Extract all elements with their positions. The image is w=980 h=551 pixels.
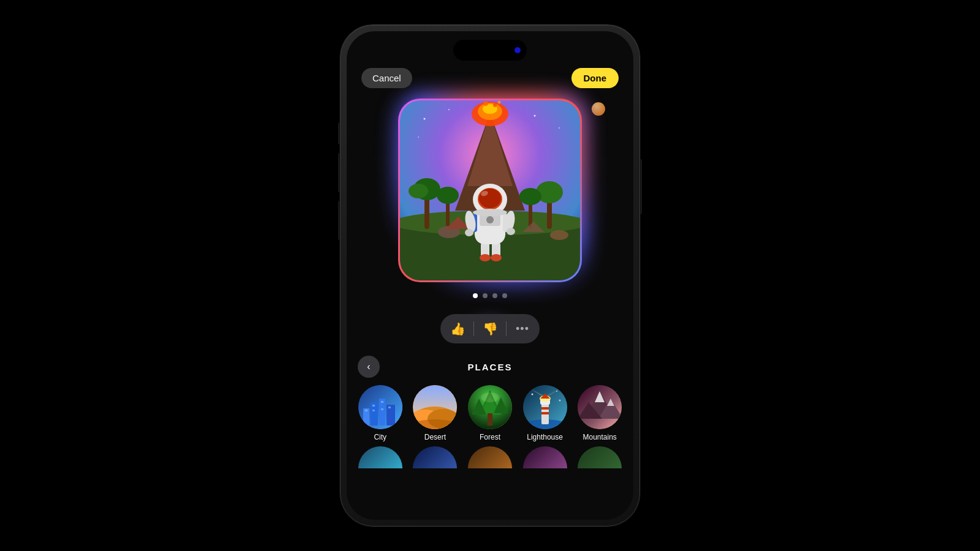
svg-rect-56	[381, 401, 383, 403]
place-label-city: City	[374, 433, 386, 441]
places-title: PLACES	[387, 362, 622, 372]
place-circle-partial-4	[523, 446, 567, 468]
side-button-power[interactable]	[640, 159, 642, 214]
svg-point-84	[559, 400, 560, 402]
header: Cancel Done	[347, 68, 633, 88]
place-circle-mountains	[578, 385, 622, 429]
svg-point-2	[448, 109, 450, 110]
place-circle-partial-2	[413, 446, 457, 468]
svg-rect-54	[365, 410, 368, 411]
svg-point-71	[481, 392, 499, 402]
place-circle-partial-3	[468, 446, 512, 468]
phone-container: Cancel Done	[340, 24, 640, 527]
pagination-dot-4[interactable]	[502, 293, 507, 298]
svg-rect-55	[372, 405, 375, 407]
place-item-partial-2[interactable]	[413, 446, 457, 468]
svg-point-21	[437, 187, 459, 204]
svg-rect-75	[541, 407, 549, 410]
place-circle-forest	[468, 385, 512, 429]
svg-point-25	[519, 188, 541, 205]
svg-point-48	[473, 209, 507, 216]
svg-point-19	[409, 184, 428, 198]
place-item-desert[interactable]: Desert	[413, 385, 457, 441]
svg-rect-57	[388, 407, 391, 408]
place-item-partial-5[interactable]	[578, 446, 622, 468]
dynamic-island	[453, 40, 527, 61]
decorative-orb	[592, 102, 605, 116]
pagination-dots	[473, 293, 507, 298]
pagination-dot-3[interactable]	[492, 293, 497, 298]
svg-point-43	[507, 228, 515, 235]
svg-rect-59	[381, 408, 383, 410]
svg-point-5	[418, 137, 419, 138]
svg-point-4	[559, 127, 560, 129]
astronaut-scene	[400, 100, 580, 280]
svg-rect-58	[372, 410, 375, 411]
svg-point-1	[424, 118, 426, 120]
place-label-lighthouse: Lighthouse	[527, 433, 563, 441]
svg-point-11	[483, 101, 488, 106]
svg-point-27	[550, 230, 568, 240]
svg-rect-76	[541, 412, 549, 414]
svg-point-37	[486, 216, 494, 223]
place-circle-desert	[413, 385, 457, 429]
places-grid: City	[347, 385, 633, 441]
svg-point-42	[465, 229, 473, 236]
phone-body: Cancel Done	[340, 24, 640, 527]
places-grid-bottom	[347, 441, 633, 468]
main-image-area	[398, 99, 582, 282]
places-section: ‹ PLACES	[347, 356, 633, 520]
pagination-dot-2[interactable]	[483, 293, 488, 298]
more-options-button[interactable]: •••	[507, 315, 538, 342]
pagination-dot-1[interactable]	[473, 293, 478, 298]
svg-point-33	[480, 254, 491, 261]
svg-point-46	[479, 189, 501, 208]
phone-screen: Cancel Done	[347, 31, 633, 520]
svg-point-34	[491, 254, 502, 261]
place-item-lighthouse[interactable]: Lighthouse	[523, 385, 567, 441]
place-item-city[interactable]: City	[358, 385, 402, 441]
thumbs-up-button[interactable]: 👍	[442, 315, 473, 342]
svg-rect-70	[488, 413, 492, 425]
svg-point-14	[498, 101, 501, 104]
svg-point-83	[556, 391, 557, 392]
place-label-mountains: Mountains	[582, 433, 616, 441]
image-frame	[398, 99, 582, 282]
places-header-row: ‹ PLACES	[347, 356, 633, 378]
back-button[interactable]: ‹	[358, 356, 380, 378]
thumbs-down-button[interactable]: 👎	[474, 315, 506, 342]
island-indicator	[514, 47, 521, 53]
place-label-forest: Forest	[480, 433, 500, 441]
place-item-forest[interactable]: Forest	[468, 385, 512, 441]
done-button[interactable]: Done	[571, 68, 619, 88]
place-item-partial-1[interactable]	[358, 446, 402, 468]
place-item-mountains[interactable]: Mountains	[578, 385, 622, 441]
svg-point-13	[480, 107, 483, 109]
cancel-button[interactable]: Cancel	[361, 68, 412, 88]
chevron-left-icon: ‹	[367, 361, 370, 372]
svg-point-82	[531, 394, 533, 395]
svg-point-3	[534, 115, 536, 117]
place-circle-city	[358, 385, 402, 429]
thumbs-up-icon: 👍	[450, 321, 466, 336]
place-circle-partial-1	[358, 446, 402, 468]
svg-point-12	[493, 103, 497, 107]
place-item-partial-3[interactable]	[468, 446, 512, 468]
action-bar: 👍 👎 •••	[440, 314, 540, 343]
place-circle-lighthouse	[523, 385, 567, 429]
place-item-partial-4[interactable]	[523, 446, 567, 468]
place-circle-partial-5	[578, 446, 622, 468]
thumbs-down-icon: 👎	[483, 321, 498, 336]
place-label-desert: Desert	[424, 433, 446, 441]
more-icon: •••	[516, 323, 529, 335]
